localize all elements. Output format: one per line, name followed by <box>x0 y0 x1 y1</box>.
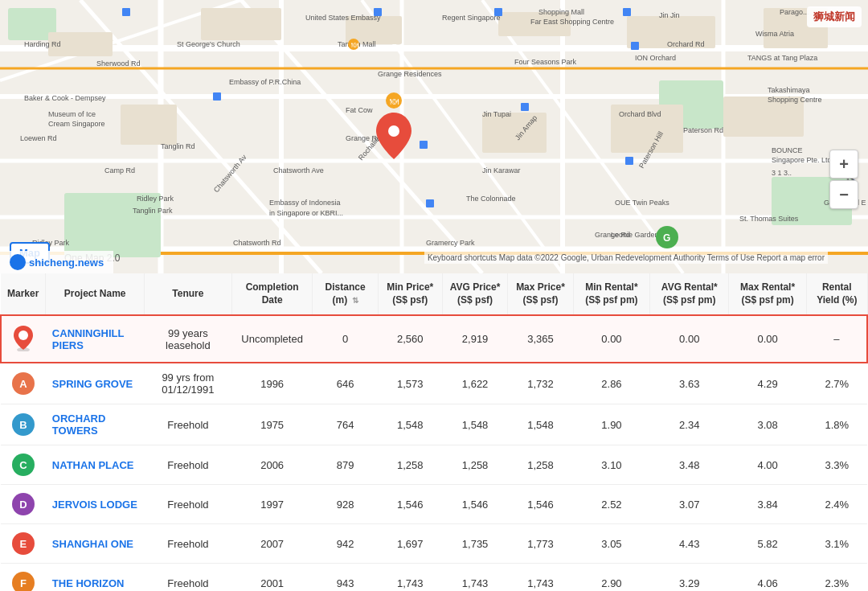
marker-badge: F <box>12 572 35 591</box>
svg-text:Far East Shopping Centre: Far East Shopping Centre <box>530 18 614 26</box>
col-distance[interactable]: Distance (m) ⇅ <box>313 273 378 315</box>
cell-completion_date: 1975 <box>231 404 313 445</box>
table-row: ASPRING GROVE99 yrs from 01/12/199119966… <box>1 363 867 404</box>
svg-text:Jin Jin: Jin Jin <box>659 11 680 19</box>
svg-text:Chatsworth Ave: Chatsworth Ave <box>273 166 324 174</box>
svg-text:Regent Singapore: Regent Singapore <box>442 14 501 22</box>
project-name-cell[interactable]: NATHAN PLACE <box>46 445 145 485</box>
svg-text:Chatsworth Rd: Chatsworth Rd <box>233 239 281 247</box>
cell-max_price: 3,365 <box>508 315 573 363</box>
cell-max_price: 1,773 <box>508 524 573 564</box>
cell-distance: 942 <box>313 524 378 564</box>
cell-min_price: 1,548 <box>378 404 442 445</box>
map-zoom-controls: + − <box>829 150 858 209</box>
svg-text:Tanglin Rd: Tanglin Rd <box>161 142 195 150</box>
cell-max_price: 1,743 <box>508 564 573 591</box>
cell-min_rental: 2.86 <box>573 363 650 404</box>
watermark-icon <box>10 254 26 270</box>
cell-distance: 943 <box>313 564 378 591</box>
table-header-row: Marker Project Name Tenure Completion Da… <box>1 273 867 315</box>
svg-text:Harding Rd: Harding Rd <box>24 40 61 48</box>
cell-min_price: 1,743 <box>378 564 442 591</box>
col-rental-yield: Rental Yield (%) <box>807 273 867 315</box>
cell-max_rental: 0.00 <box>729 315 807 363</box>
svg-text:🍽: 🍽 <box>351 41 358 49</box>
project-name-cell[interactable]: SHANGHAI ONE <box>46 524 145 564</box>
cell-max_price: 1,732 <box>508 363 573 404</box>
svg-text:Orchard Rd: Orchard Rd <box>667 40 705 48</box>
col-tenure: Tenure <box>144 273 231 315</box>
svg-text:Fat Cow: Fat Cow <box>346 106 373 114</box>
svg-rect-28 <box>121 105 177 145</box>
project-name-cell[interactable]: CANNINGHILL PIERS <box>46 315 145 363</box>
cell-max_rental: 5.82 <box>729 524 807 564</box>
cell-max_rental: 3.08 <box>729 404 807 445</box>
marker-badge: D <box>12 493 35 515</box>
cell-tenure: Freehold <box>144 445 231 485</box>
cell-rental_yield: 3.3% <box>807 445 867 485</box>
col-min-rental: Min Rental* (S$ psf pm) <box>573 273 650 315</box>
svg-rect-91 <box>426 199 434 207</box>
svg-text:G: G <box>663 232 670 244</box>
cell-rental_yield: 2.4% <box>807 485 867 524</box>
marker-badge: E <box>12 532 35 555</box>
cell-tenure: Freehold <box>144 485 231 524</box>
svg-text:ION Orchard: ION Orchard <box>635 54 676 62</box>
svg-rect-87 <box>623 8 631 16</box>
cell-avg_rental: 0.00 <box>650 315 729 363</box>
marker-badge: C <box>12 454 35 476</box>
cell-min_rental: 3.05 <box>573 524 650 564</box>
svg-text:Wisma Atria: Wisma Atria <box>755 30 794 38</box>
site-logo: 狮城新闻 <box>807 6 862 27</box>
map-container: Harding Rd Sherwood Rd St George's Churc… <box>0 0 868 273</box>
svg-rect-92 <box>521 103 529 111</box>
svg-text:Singapore Pte. Ltd: Singapore Pte. Ltd <box>772 156 832 164</box>
svg-text:Shopping Mall: Shopping Mall <box>538 8 584 16</box>
svg-rect-88 <box>631 42 639 50</box>
svg-point-104 <box>18 330 28 340</box>
marker-cell <box>1 315 46 363</box>
cell-min_rental: 1.90 <box>573 404 650 445</box>
svg-rect-86 <box>494 8 502 16</box>
cell-avg_price: 1,548 <box>442 404 508 445</box>
table-row: DJERVOIS LODGEFreehold19979281,5461,5461… <box>1 485 867 524</box>
col-min-price: Min Price* (S$ psf) <box>378 273 442 315</box>
svg-text:Gramercy Park: Gramercy Park <box>426 239 475 247</box>
col-avg-rental: AVG Rental* (S$ psf pm) <box>650 273 729 315</box>
project-name-cell[interactable]: ORCHARD TOWERS <box>46 404 145 445</box>
cell-distance: 928 <box>313 485 378 524</box>
cell-min_price: 1,258 <box>378 445 442 485</box>
cell-completion_date: 2001 <box>231 564 313 591</box>
cell-distance: 879 <box>313 445 378 485</box>
marker-badge: B <box>12 413 35 436</box>
watermark-text: shicheng.news <box>29 257 104 269</box>
project-name-cell[interactable]: THE HORIZON <box>46 564 145 591</box>
svg-text:BOUNCE: BOUNCE <box>772 146 803 154</box>
svg-text:OUE Twin Peaks: OUE Twin Peaks <box>615 199 669 207</box>
cell-avg_price: 1,622 <box>442 363 508 404</box>
cell-avg_price: 1,735 <box>442 524 508 564</box>
cell-completion_date: 2007 <box>231 524 313 564</box>
svg-text:Shopping Centre: Shopping Centre <box>768 96 822 104</box>
cell-distance: 646 <box>313 363 378 404</box>
zoom-in-button[interactable]: + <box>829 150 858 179</box>
svg-rect-89 <box>213 92 221 101</box>
cell-max_rental: 4.29 <box>729 363 807 404</box>
svg-rect-93 <box>625 157 633 165</box>
map-credit-text: Keyboard shortcuts Map data ©2022 Google… <box>424 252 828 264</box>
cell-avg_rental: 3.63 <box>650 363 729 404</box>
cell-rental_yield: – <box>807 315 867 363</box>
map-image: Harding Rd Sherwood Rd St George's Churc… <box>0 0 868 273</box>
cell-completion_date: 1996 <box>231 363 313 404</box>
svg-text:3 1 3..: 3 1 3.. <box>772 169 792 177</box>
table-row: ESHANGHAI ONEFreehold20079421,6971,7351,… <box>1 524 867 564</box>
cell-max_rental: 4.00 <box>729 445 807 485</box>
svg-rect-18 <box>64 193 161 257</box>
project-name-cell[interactable]: SPRING GROVE <box>46 363 145 404</box>
cell-avg_rental: 2.34 <box>650 404 729 445</box>
zoom-out-button[interactable]: − <box>829 180 858 209</box>
cell-rental_yield: 2.3% <box>807 564 867 591</box>
marker-cell: E <box>1 524 46 564</box>
project-name-cell[interactable]: JERVOIS LODGE <box>46 485 145 524</box>
svg-text:Four Seasons Park: Four Seasons Park <box>514 58 577 66</box>
